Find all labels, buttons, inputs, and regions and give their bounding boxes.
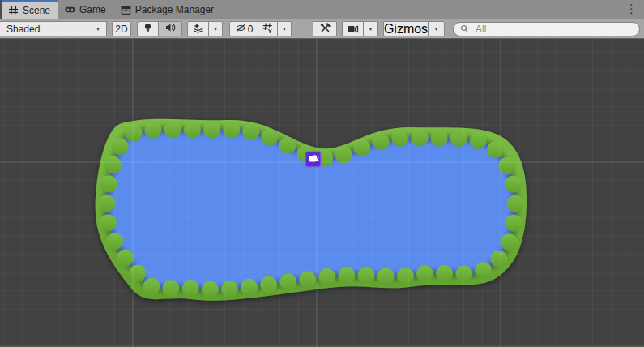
gizmos-button[interactable]: Gizmos bbox=[383, 21, 429, 36]
grid-settings-group: Y ▾ bbox=[258, 21, 292, 36]
scene-search-field[interactable] bbox=[453, 22, 640, 36]
camera-icon bbox=[348, 22, 359, 36]
sprite-shape-cloud-icon[interactable] bbox=[305, 152, 321, 167]
effects-toggle-button[interactable] bbox=[187, 21, 209, 36]
grid-icon bbox=[8, 6, 19, 16]
effects-dropdown-group: ▾ bbox=[187, 21, 223, 36]
eye-slash-icon bbox=[235, 24, 246, 35]
component-tools-button[interactable] bbox=[313, 21, 337, 36]
hidden-count-label: 0 bbox=[248, 24, 254, 35]
scene-canvas[interactable] bbox=[0, 39, 644, 347]
terrain-sprite-shape[interactable] bbox=[96, 119, 527, 301]
scene-visibility-button[interactable]: 0 bbox=[229, 21, 258, 36]
lightbulb-icon bbox=[143, 23, 152, 36]
audio-toggle-button[interactable] bbox=[158, 21, 182, 36]
grid-dropdown-caret[interactable]: ▾ bbox=[278, 21, 292, 36]
package-icon bbox=[121, 5, 131, 15]
2d-toggle-button[interactable]: 2D bbox=[112, 21, 131, 36]
tab-bar: Scene Game Package Manager ⋮ bbox=[0, 0, 644, 19]
draw-mode-dropdown[interactable]: Shaded ▾ bbox=[0, 21, 107, 36]
chevron-down-icon: ▾ bbox=[214, 26, 217, 32]
tab-package-manager[interactable]: Package Manager bbox=[114, 0, 222, 19]
tab-scene[interactable]: Scene bbox=[2, 0, 58, 19]
gizmos-group: Gizmos ▾ bbox=[383, 21, 445, 36]
effects-star-icon bbox=[193, 22, 203, 36]
camera-settings-group: ▾ bbox=[342, 21, 378, 36]
draw-mode-label: Shaded bbox=[6, 24, 40, 35]
kebab-menu-icon[interactable]: ⋮ bbox=[623, 1, 640, 17]
chevron-down-icon: ▾ bbox=[96, 26, 100, 32]
tab-game[interactable]: Game bbox=[58, 0, 114, 19]
chevron-down-icon: ▾ bbox=[369, 26, 372, 32]
scene-viewport[interactable] bbox=[0, 39, 644, 347]
search-input[interactable] bbox=[474, 23, 633, 36]
tab-package-manager-label: Package Manager bbox=[135, 4, 214, 15]
2d-label: 2D bbox=[115, 24, 127, 35]
effects-dropdown-caret[interactable]: ▾ bbox=[209, 21, 223, 36]
gizmos-label: Gizmos bbox=[384, 22, 428, 36]
gizmos-dropdown-caret[interactable]: ▾ bbox=[429, 21, 445, 36]
scene-toolbar: Shaded ▾ 2D ▾ bbox=[0, 19, 644, 39]
unity-editor-window: Scene Game Package Manager ⋮ Shaded ▾ 2D bbox=[0, 0, 644, 347]
speaker-icon bbox=[165, 23, 176, 35]
tab-scene-label: Scene bbox=[23, 5, 50, 16]
camera-button[interactable] bbox=[342, 21, 364, 36]
svg-text:Y: Y bbox=[268, 27, 272, 32]
grid-axis-y-icon: Y bbox=[262, 22, 273, 36]
gamepad-icon bbox=[65, 5, 75, 15]
crossed-tools-icon bbox=[320, 23, 331, 36]
tab-game-label: Game bbox=[79, 4, 106, 15]
chevron-down-icon: ▾ bbox=[434, 26, 437, 32]
chevron-down-icon: ▾ bbox=[283, 26, 286, 32]
lighting-toggle-button[interactable] bbox=[137, 21, 159, 36]
search-icon bbox=[460, 24, 471, 33]
grid-visibility-button[interactable]: Y bbox=[258, 21, 278, 36]
camera-dropdown-caret[interactable]: ▾ bbox=[364, 21, 378, 36]
